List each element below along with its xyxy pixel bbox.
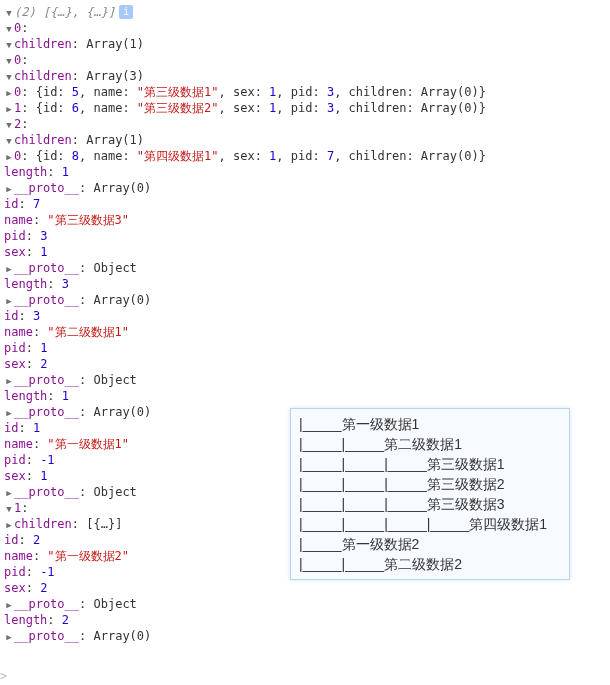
chevron-down-icon <box>4 500 14 517</box>
chevron-right-icon <box>4 148 14 165</box>
obj0-c0-c2-children-0[interactable]: 0: {id: 8, name: "第四级数据1", sex: 1, pid: … <box>4 148 606 164</box>
length-row: length: 2 <box>4 612 606 628</box>
chevron-down-icon <box>4 132 14 149</box>
chevron-right-icon <box>4 180 14 197</box>
proto-row[interactable]: __proto__: Object <box>4 372 606 388</box>
tree-row: |_____|_____|_____第三级数据3 <box>299 494 561 514</box>
chevron-right-icon <box>4 484 14 501</box>
prop-sex: sex: 2 <box>4 356 606 372</box>
tree-overlay: |_____第一级数据1 |_____|_____第二级数据1 |_____|_… <box>290 408 570 580</box>
proto-row[interactable]: __proto__: Array(0) <box>4 180 606 196</box>
obj0-c0-children[interactable]: children: Array(3) <box>4 68 606 84</box>
chevron-down-icon <box>4 36 14 53</box>
proto-row[interactable]: __proto__: Array(0) <box>4 292 606 308</box>
prop-pid: pid: 3 <box>4 228 606 244</box>
tree-row: |_____|_____|_____|_____第四级数据1 <box>299 514 561 534</box>
length-row: length: 1 <box>4 164 606 180</box>
proto-row[interactable]: __proto__: Array(0) <box>4 628 606 644</box>
chevron-right-icon <box>4 596 14 613</box>
tree-row: |_____|_____|_____第三级数据2 <box>299 474 561 494</box>
obj0-c0-c2-children[interactable]: children: Array(1) <box>4 132 606 148</box>
chevron-down-icon <box>4 116 14 133</box>
chevron-right-icon <box>4 516 14 533</box>
chevron-down-icon <box>4 4 14 21</box>
tree-row: |_____|_____第二级数据2 <box>299 554 561 574</box>
info-icon[interactable]: i <box>119 5 133 19</box>
tree-row: |_____|_____第二级数据1 <box>299 434 561 454</box>
obj0-c0-children-2[interactable]: 2: <box>4 116 606 132</box>
prop-pid: pid: 1 <box>4 340 606 356</box>
prop-name: name: "第二级数据1" <box>4 324 606 340</box>
tree-row: |_____|_____|_____第三级数据1 <box>299 454 561 474</box>
chevron-right-icon <box>4 100 14 117</box>
obj0-children[interactable]: children: Array(1) <box>4 36 606 52</box>
prop-id: id: 3 <box>4 308 606 324</box>
prop-id: id: 7 <box>4 196 606 212</box>
chevron-down-icon <box>4 52 14 69</box>
prop-name: name: "第三级数据3" <box>4 212 606 228</box>
tree-row: |_____第一级数据2 <box>299 534 561 554</box>
obj0-c0-children-0[interactable]: 0: {id: 5, name: "第三级数据1", sex: 1, pid: … <box>4 84 606 100</box>
obj0-c0-children-1[interactable]: 1: {id: 6, name: "第三级数据2", sex: 1, pid: … <box>4 100 606 116</box>
chevron-down-icon <box>4 20 14 37</box>
length-row: length: 1 <box>4 388 606 404</box>
prop-sex: sex: 2 <box>4 580 606 596</box>
tree-row: |_____第一级数据1 <box>299 414 561 434</box>
idx-0[interactable]: 0: <box>4 20 606 36</box>
chevron-right-icon <box>4 404 14 421</box>
obj0-c0[interactable]: 0: <box>4 52 606 68</box>
chevron-right-icon <box>4 260 14 277</box>
chevron-right-icon <box>4 292 14 309</box>
console-caret-icon[interactable]: > <box>0 668 7 684</box>
root-header[interactable]: (2) [{…}, {…}] i <box>4 4 606 20</box>
chevron-right-icon <box>4 628 14 645</box>
proto-row[interactable]: __proto__: Object <box>4 260 606 276</box>
prop-sex: sex: 1 <box>4 244 606 260</box>
length-row: length: 3 <box>4 276 606 292</box>
array-summary: [{…}, {…}] <box>43 4 115 20</box>
array-count: (2) <box>14 4 36 20</box>
chevron-right-icon <box>4 372 14 389</box>
chevron-down-icon <box>4 68 14 85</box>
chevron-right-icon <box>4 84 14 101</box>
proto-row[interactable]: __proto__: Object <box>4 596 606 612</box>
